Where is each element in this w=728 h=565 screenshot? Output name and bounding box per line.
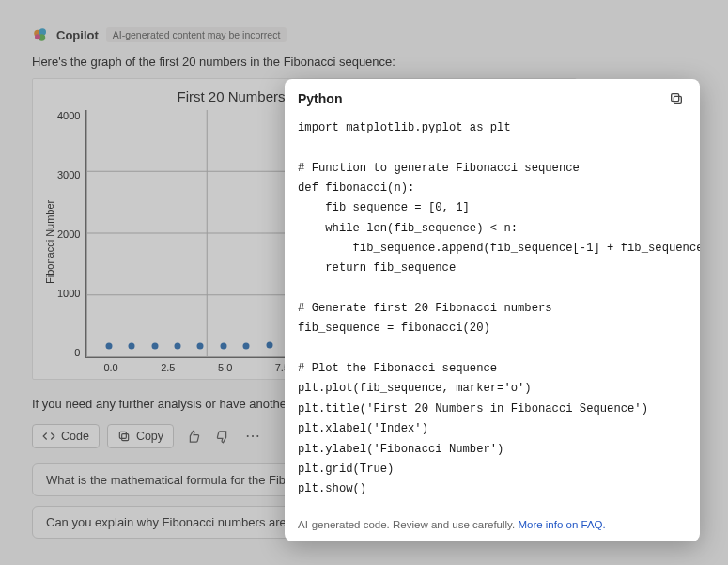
code-popup-footer: AI-generated code. Review and use carefu…: [285, 511, 700, 541]
code-block: import matplotlib.pyplot as plt # Functi…: [298, 118, 687, 500]
app-name: Copilot: [56, 28, 99, 42]
svg-rect-6: [674, 96, 681, 103]
code-button-label: Code: [61, 430, 89, 443]
code-popup-title: Python: [298, 91, 342, 106]
thumbs-up-button[interactable]: [181, 425, 204, 447]
chart-ylabel: Fibonacci Number: [42, 110, 57, 373]
code-button[interactable]: Code: [32, 424, 100, 448]
more-icon: ⋯: [245, 429, 261, 444]
svg-rect-5: [119, 432, 126, 438]
svg-rect-4: [122, 434, 129, 441]
code-popup-scroll[interactable]: import matplotlib.pyplot as plt # Functi…: [285, 117, 700, 511]
response-intro-text: Here's the graph of the first 20 numbers…: [32, 55, 696, 69]
chart-yticks: 40003000200010000: [57, 110, 85, 358]
code-popup-copy-button[interactable]: [666, 88, 687, 109]
copy-button-label: Copy: [136, 430, 163, 443]
more-button[interactable]: ⋯: [241, 425, 264, 447]
code-disclaimer: AI-generated code. Review and use carefu…: [298, 519, 515, 530]
thumbs-down-button[interactable]: [211, 425, 234, 447]
code-popup: Python import matplotlib.pyplot as plt #…: [285, 79, 700, 541]
code-icon: [42, 430, 55, 443]
faq-link[interactable]: More info on FAQ.: [518, 519, 605, 530]
copy-button[interactable]: Copy: [107, 424, 174, 448]
copilot-logo-icon: [32, 26, 49, 43]
copy-icon: [117, 430, 131, 443]
ai-disclaimer-badge: AI-generated content may be incorrect: [106, 27, 287, 42]
svg-rect-7: [672, 94, 679, 102]
svg-point-3: [35, 34, 40, 39]
